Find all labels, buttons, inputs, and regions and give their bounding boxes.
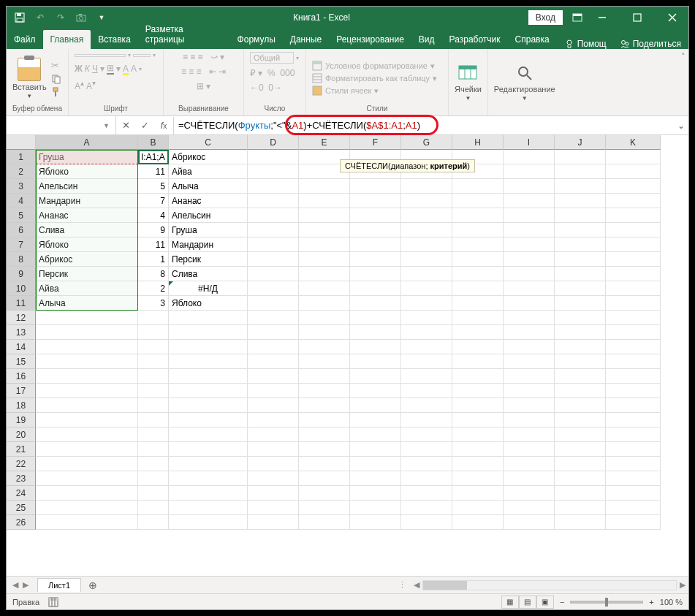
cell[interactable]: Яблоко bbox=[169, 296, 248, 311]
cell[interactable] bbox=[248, 369, 299, 384]
cell[interactable] bbox=[606, 457, 661, 471]
cell[interactable] bbox=[452, 515, 504, 530]
cell[interactable] bbox=[401, 486, 452, 501]
cell[interactable] bbox=[401, 325, 452, 340]
cell[interactable] bbox=[169, 471, 248, 486]
row-header-20[interactable]: 20 bbox=[7, 427, 36, 442]
cell[interactable] bbox=[299, 384, 350, 398]
cell[interactable] bbox=[169, 486, 248, 501]
format-painter-icon[interactable] bbox=[51, 87, 61, 97]
cell[interactable] bbox=[401, 252, 452, 267]
row-header-12[interactable]: 12 bbox=[7, 311, 36, 325]
cell[interactable] bbox=[606, 486, 661, 501]
cell[interactable] bbox=[401, 413, 452, 427]
cell[interactable] bbox=[299, 471, 350, 486]
cell[interactable] bbox=[350, 325, 401, 340]
cell[interactable] bbox=[138, 486, 169, 501]
cell[interactable] bbox=[299, 427, 350, 442]
cell[interactable] bbox=[350, 252, 401, 267]
cell[interactable] bbox=[504, 340, 555, 354]
cell[interactable] bbox=[504, 427, 555, 442]
cell[interactable] bbox=[401, 223, 452, 237]
cell[interactable] bbox=[169, 311, 248, 325]
cell[interactable] bbox=[452, 194, 504, 208]
cell[interactable] bbox=[504, 515, 555, 530]
cell[interactable] bbox=[606, 223, 661, 237]
cell[interactable] bbox=[401, 384, 452, 398]
tab-review[interactable]: Рецензирование bbox=[329, 30, 411, 49]
cell-styles[interactable]: Стили ячеек ▾ bbox=[312, 85, 437, 96]
cell[interactable] bbox=[606, 413, 661, 427]
zoom-in-button[interactable]: + bbox=[649, 598, 653, 607]
cell[interactable] bbox=[299, 325, 350, 340]
cell[interactable] bbox=[401, 442, 452, 457]
cell[interactable] bbox=[36, 354, 138, 369]
cell[interactable] bbox=[452, 413, 504, 427]
cell[interactable] bbox=[504, 471, 555, 486]
cell[interactable]: Мандарин bbox=[169, 237, 248, 252]
cell[interactable] bbox=[504, 369, 555, 384]
cell[interactable] bbox=[555, 194, 606, 208]
row-header-15[interactable]: 15 bbox=[7, 354, 36, 369]
cell[interactable]: Мандарин bbox=[36, 194, 138, 208]
cell[interactable] bbox=[401, 267, 452, 281]
cell[interactable] bbox=[606, 281, 661, 296]
cell[interactable] bbox=[452, 208, 504, 223]
conditional-formatting[interactable]: Условное форматирование ▾ bbox=[312, 61, 437, 71]
formula-input[interactable]: =СЧЁТЕСЛИ(Фрукты;"<"&A1)+СЧЁТЕСЛИ($A$1:A… bbox=[174, 116, 674, 134]
cell[interactable] bbox=[504, 501, 555, 515]
cell[interactable] bbox=[350, 223, 401, 237]
view-page-layout-icon[interactable]: ▤ bbox=[519, 596, 536, 609]
cell[interactable] bbox=[169, 515, 248, 530]
cell[interactable] bbox=[452, 325, 504, 340]
cell[interactable] bbox=[350, 471, 401, 486]
cell[interactable] bbox=[36, 413, 138, 427]
cell[interactable] bbox=[138, 354, 169, 369]
cell[interactable] bbox=[606, 340, 661, 354]
cell[interactable] bbox=[169, 501, 248, 515]
cell[interactable] bbox=[606, 442, 661, 457]
cell[interactable] bbox=[169, 442, 248, 457]
cell[interactable] bbox=[248, 398, 299, 413]
cell[interactable] bbox=[138, 442, 169, 457]
cell[interactable]: Слива bbox=[169, 267, 248, 281]
cell[interactable] bbox=[169, 325, 248, 340]
cell[interactable] bbox=[350, 208, 401, 223]
row-header-16[interactable]: 16 bbox=[7, 369, 36, 384]
column-headers[interactable]: ABCDEFGHIJK bbox=[36, 135, 661, 150]
cell[interactable] bbox=[555, 398, 606, 413]
view-page-break-icon[interactable]: ▣ bbox=[536, 596, 554, 609]
tab-formulas[interactable]: Формулы bbox=[230, 30, 283, 49]
cell[interactable] bbox=[504, 384, 555, 398]
macro-recorder-icon[interactable] bbox=[48, 597, 58, 607]
cell[interactable] bbox=[452, 369, 504, 384]
cell[interactable] bbox=[36, 384, 138, 398]
cell[interactable] bbox=[350, 267, 401, 281]
row-header-25[interactable]: 25 bbox=[7, 501, 36, 515]
insert-function-button[interactable]: fx bbox=[154, 117, 173, 134]
cell[interactable] bbox=[36, 427, 138, 442]
tab-file[interactable]: Файл bbox=[7, 30, 43, 49]
column-header-F[interactable]: F bbox=[350, 135, 401, 150]
cell[interactable] bbox=[504, 164, 555, 179]
cell[interactable] bbox=[350, 457, 401, 471]
row-header-7[interactable]: 7 bbox=[7, 237, 36, 252]
cell[interactable] bbox=[555, 252, 606, 267]
cell[interactable] bbox=[452, 252, 504, 267]
name-box[interactable]: ▼ bbox=[7, 116, 116, 134]
row-header-14[interactable]: 14 bbox=[7, 340, 36, 354]
cell[interactable] bbox=[401, 194, 452, 208]
cell[interactable] bbox=[248, 296, 299, 311]
cell[interactable] bbox=[401, 427, 452, 442]
cell[interactable] bbox=[401, 237, 452, 252]
expand-formula-bar-icon[interactable]: ⌄ bbox=[674, 121, 688, 131]
format-as-table[interactable]: Форматировать как таблицу ▾ bbox=[312, 73, 437, 83]
zoom-level[interactable]: 100 % bbox=[660, 598, 683, 607]
cell[interactable] bbox=[299, 486, 350, 501]
sheet-tab-1[interactable]: Лист1 bbox=[37, 578, 81, 592]
row-header-13[interactable]: 13 bbox=[7, 325, 36, 340]
cell[interactable] bbox=[555, 311, 606, 325]
cell[interactable] bbox=[299, 413, 350, 427]
cell[interactable] bbox=[248, 164, 299, 179]
cells-area[interactable]: ГрушаI:A1;AАбрикосЯблоко11АйваАпельсин5А… bbox=[36, 150, 661, 530]
